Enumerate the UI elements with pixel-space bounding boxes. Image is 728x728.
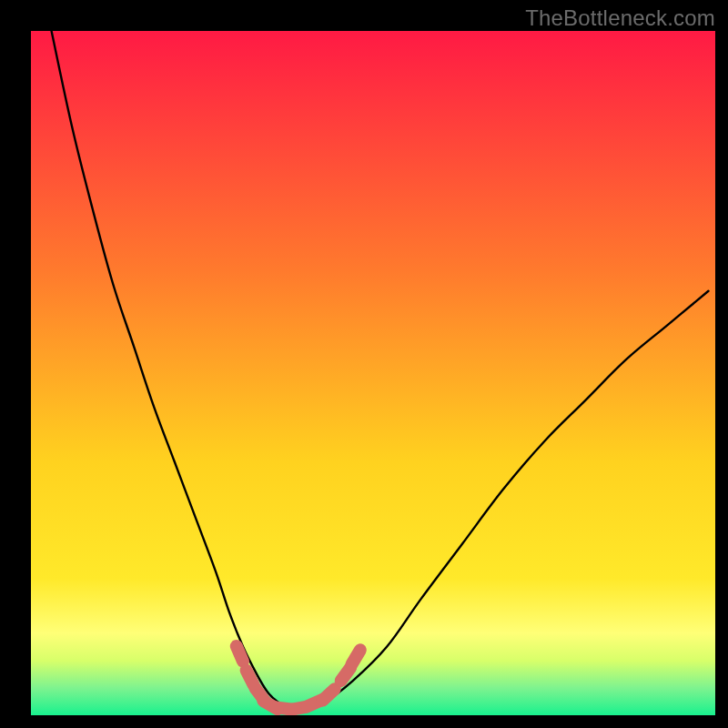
- highlight-marker: [237, 646, 243, 662]
- highlight-marker: [352, 650, 360, 663]
- highlight-marker: [323, 689, 335, 700]
- chart-svg: [31, 31, 715, 715]
- plot-area: [31, 31, 715, 715]
- watermark-label: TheBottleneck.com: [525, 5, 715, 31]
- outer-frame: TheBottleneck.com: [0, 0, 728, 728]
